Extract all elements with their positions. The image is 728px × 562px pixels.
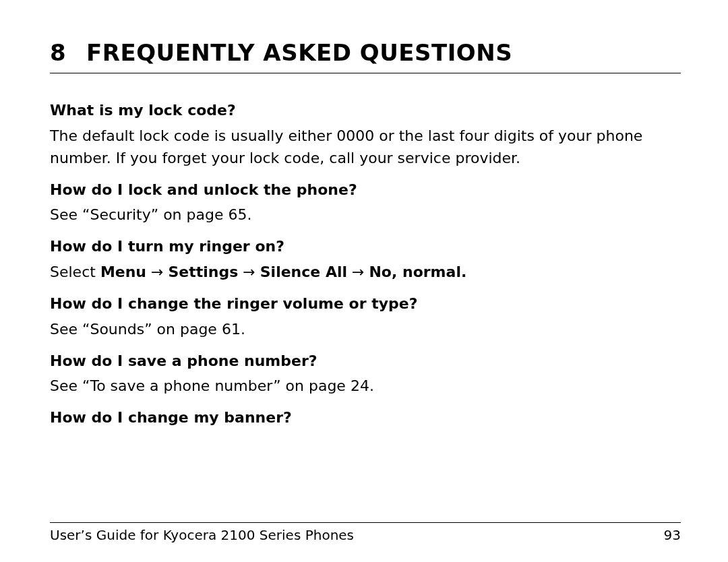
menu-step: Menu: [100, 263, 146, 280]
document-page: 8 FREQUENTLY ASKED QUESTIONS What is my …: [0, 0, 728, 562]
faq-block-5: How do I change my banner?: [50, 408, 681, 428]
page-footer: User’s Guide for Kyocera 2100 Series Pho…: [50, 522, 681, 543]
faq-question: What is my lock code?: [50, 100, 681, 121]
chapter-number: 8: [50, 39, 69, 66]
menu-step: Settings: [168, 263, 238, 280]
footer-divider: [50, 522, 681, 523]
arrow-icon: →: [243, 263, 255, 280]
faq-block-4: How do I save a phone number? See “To sa…: [50, 351, 681, 398]
faq-question: How do I save a phone number?: [50, 351, 681, 371]
answer-prefix: Select: [50, 263, 100, 280]
faq-block-3: How do I change the ringer volume or typ…: [50, 294, 681, 340]
faq-answer: See “To save a phone number” on page 24.: [50, 375, 681, 397]
chapter-heading: 8 FREQUENTLY ASKED QUESTIONS: [50, 39, 681, 66]
arrow-icon: →: [352, 263, 364, 280]
faq-answer: The default lock code is usually either …: [50, 125, 681, 169]
faq-question: How do I lock and unlock the phone?: [50, 180, 681, 200]
title-divider: [50, 73, 681, 73]
footer-left-text: User’s Guide for Kyocera 2100 Series Pho…: [50, 527, 354, 543]
faq-question: How do I change my banner?: [50, 408, 681, 428]
faq-block-1: How do I lock and unlock the phone? See …: [50, 180, 681, 226]
faq-answer-menu-path: Select Menu → Settings → Silence All → N…: [50, 261, 681, 283]
faq-answer: See “Security” on page 65.: [50, 204, 681, 226]
faq-block-2: How do I turn my ringer on? Select Menu …: [50, 237, 681, 283]
menu-step: Silence All: [260, 263, 347, 280]
chapter-title-text: FREQUENTLY ASKED QUESTIONS: [86, 39, 512, 66]
faq-question: How do I change the ringer volume or typ…: [50, 294, 681, 314]
faq-answer: See “Sounds” on page 61.: [50, 318, 681, 340]
footer-row: User’s Guide for Kyocera 2100 Series Pho…: [50, 527, 681, 543]
page-number: 93: [664, 527, 681, 543]
arrow-icon: →: [151, 263, 163, 280]
faq-block-0: What is my lock code? The default lock c…: [50, 100, 681, 169]
faq-question: How do I turn my ringer on?: [50, 237, 681, 257]
menu-step: No, normal.: [369, 263, 466, 280]
